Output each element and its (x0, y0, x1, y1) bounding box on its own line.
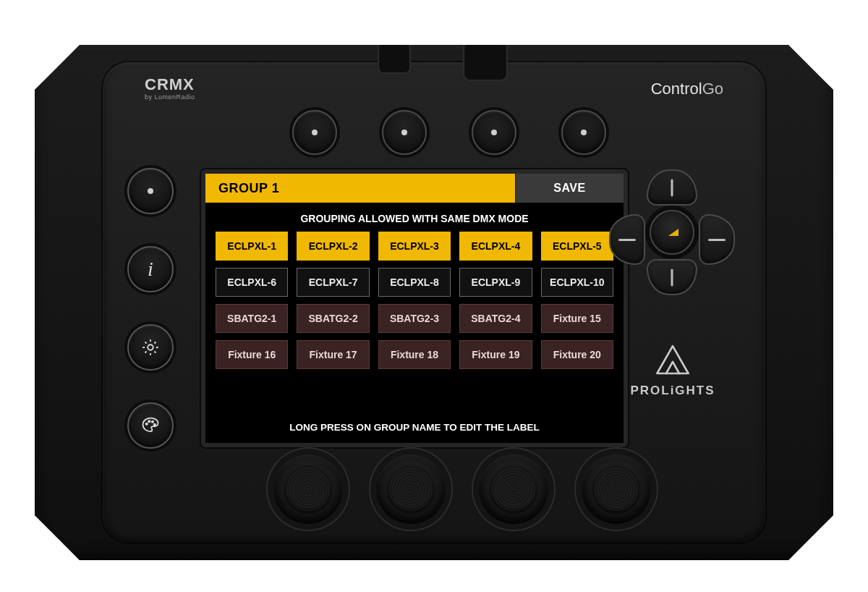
record-button[interactable] (127, 168, 174, 214)
save-button[interactable]: SAVE (515, 174, 624, 203)
fixture-tile[interactable]: ECLPXL-10 (541, 268, 613, 297)
prolights-mark-icon (653, 343, 692, 378)
svg-point-2 (148, 420, 150, 422)
dpad-left[interactable] (609, 214, 645, 265)
left-button-column: i (127, 168, 174, 449)
fixture-tile[interactable]: SBATG2-4 (459, 304, 532, 333)
soft-button-1[interactable] (292, 110, 337, 155)
dpad-center[interactable] (650, 210, 694, 255)
fixture-tile[interactable]: Fixture 16 (216, 340, 288, 369)
device-body: CRMX by LumenRadio ControlGo i (35, 45, 833, 560)
pointer-icon (668, 229, 678, 236)
line-icon (671, 268, 673, 286)
crmx-logo: CRMX by LumenRadio (145, 77, 195, 101)
fixture-tile[interactable]: SBATG2-1 (216, 304, 288, 333)
fixture-tile[interactable]: ECLPXL-7 (297, 268, 369, 297)
svg-point-1 (146, 423, 148, 425)
encoder-3[interactable] (479, 454, 548, 524)
info-icon: i (148, 258, 153, 281)
prolights-logo: PROLiGHTS (615, 343, 731, 398)
encoder-row (273, 454, 651, 524)
soft-button-3[interactable] (472, 110, 516, 155)
settings-button[interactable] (127, 324, 174, 371)
fixture-tile[interactable]: Fixture 20 (541, 340, 613, 369)
fixture-tile[interactable]: SBATG2-2 (297, 304, 369, 333)
crmx-sub: by LumenRadio (145, 94, 195, 101)
dpad-up[interactable] (647, 169, 697, 206)
group-title[interactable]: GROUP 1 (205, 174, 515, 203)
line-icon (618, 239, 636, 241)
product-suffix: Go (702, 80, 723, 98)
gear-icon (140, 337, 161, 358)
dpad (610, 171, 733, 294)
screen-footer: LONG PRESS ON GROUP NAME TO EDIT THE LAB… (205, 413, 624, 443)
connector-small (378, 41, 411, 74)
soft-button-2[interactable] (382, 110, 427, 155)
svg-point-0 (148, 344, 153, 350)
encoder-4[interactable] (582, 454, 651, 524)
fixture-tile[interactable]: ECLPXL-8 (378, 268, 451, 297)
line-icon (708, 239, 726, 241)
screen-header: GROUP 1 SAVE (205, 174, 624, 203)
device-panel: CRMX by LumenRadio ControlGo i (103, 62, 765, 543)
svg-point-4 (154, 424, 156, 426)
fixture-tile[interactable]: Fixture 17 (297, 340, 369, 369)
product-name: ControlGo (651, 80, 723, 98)
fixture-tile[interactable]: ECLPXL-4 (459, 232, 532, 261)
lcd-screen: GROUP 1 SAVE GROUPING ALLOWED WITH SAME … (201, 169, 628, 447)
fixture-tile[interactable]: ECLPXL-1 (216, 232, 288, 261)
product-prefix: Control (651, 80, 702, 98)
fixture-tile[interactable]: ECLPXL-2 (297, 232, 369, 261)
encoder-2[interactable] (376, 454, 446, 524)
fixture-tile[interactable]: ECLPXL-3 (378, 232, 451, 261)
svg-point-3 (152, 421, 153, 423)
screen-subtitle: GROUPING ALLOWED WITH SAME DMX MODE (205, 203, 624, 232)
line-icon (671, 179, 673, 196)
fixture-tile[interactable]: Fixture 19 (459, 340, 532, 369)
fixture-grid: ECLPXL-1ECLPXL-2ECLPXL-3ECLPXL-4ECLPXL-5… (205, 232, 624, 369)
dpad-down[interactable] (647, 259, 697, 295)
fixture-tile[interactable]: Fixture 15 (541, 304, 613, 333)
info-button[interactable]: i (127, 246, 174, 292)
top-button-row (292, 110, 606, 155)
prolights-word: PROLiGHTS (615, 384, 731, 398)
fixture-tile[interactable]: SBATG2-3 (378, 304, 451, 333)
palette-button[interactable] (127, 402, 174, 449)
fixture-tile[interactable]: Fixture 18 (378, 340, 451, 369)
encoder-1[interactable] (273, 454, 343, 524)
soft-button-4[interactable] (561, 110, 606, 155)
crmx-word: CRMX (145, 75, 195, 93)
connector-large (463, 41, 508, 81)
fixture-tile[interactable]: ECLPXL-9 (459, 268, 532, 297)
fixture-tile[interactable]: ECLPXL-5 (541, 232, 613, 261)
fixture-tile[interactable]: ECLPXL-6 (216, 268, 288, 297)
dpad-right[interactable] (699, 214, 735, 265)
palette-icon (140, 415, 161, 436)
